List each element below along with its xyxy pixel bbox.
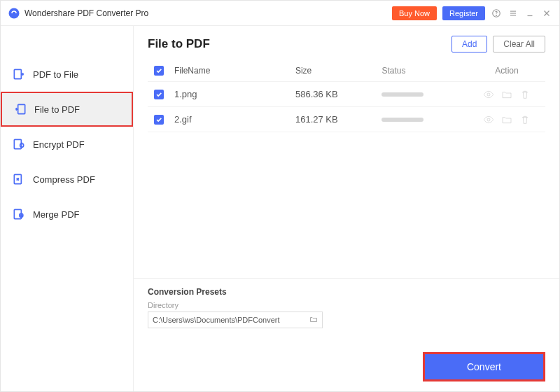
minimize-icon[interactable]: [524, 8, 536, 19]
svg-rect-9: [14, 69, 21, 78]
row-checkbox[interactable]: [154, 115, 164, 125]
svg-rect-10: [18, 104, 25, 113]
browse-folder-icon[interactable]: [309, 315, 318, 325]
sidebar-item-label: Merge PDF: [33, 209, 79, 220]
directory-input[interactable]: C:\Users\ws\Documents\PDFConvert: [148, 312, 323, 328]
select-all-checkbox[interactable]: [154, 66, 164, 76]
pdf-to-file-icon: [12, 67, 26, 81]
row-filename: 2.gif: [170, 114, 295, 125]
table-header: FileName Size Status Action: [148, 59, 545, 82]
sidebar-item-label: File to PDF: [34, 104, 80, 115]
row-size: 161.27 KB: [295, 114, 382, 125]
convert-button[interactable]: Convert: [423, 352, 545, 382]
sidebar-item-file-to-pdf[interactable]: File to PDF: [1, 92, 133, 127]
sidebar-item-encrypt-pdf[interactable]: Encrypt PDF: [1, 127, 133, 162]
row-filename: 1.png: [170, 89, 295, 99]
add-button[interactable]: Add: [451, 36, 487, 52]
page-title: File to PDF: [148, 37, 210, 51]
row-size: 586.36 KB: [295, 89, 382, 99]
col-header-size: Size: [295, 66, 382, 76]
clear-all-button[interactable]: Clear All: [493, 36, 545, 52]
close-icon[interactable]: [541, 8, 552, 19]
file-to-pdf-icon: [13, 102, 27, 116]
col-header-status: Status: [382, 66, 468, 76]
sidebar-item-label: Compress PDF: [33, 174, 95, 185]
preview-icon[interactable]: [483, 89, 494, 100]
directory-value: C:\Users\ws\Documents\PDFConvert: [153, 316, 280, 324]
app-logo: [8, 7, 20, 20]
row-status-bar: [382, 118, 424, 122]
app-title: Wondershare PDF Converter Pro: [24, 8, 148, 18]
encrypt-pdf-icon: [12, 137, 26, 151]
buy-now-button[interactable]: Buy Now: [392, 6, 437, 20]
row-status-bar: [382, 92, 424, 97]
merge-pdf-icon: [12, 207, 26, 221]
directory-label: Directory: [148, 301, 545, 309]
svg-point-17: [487, 118, 490, 121]
compress-pdf-icon: [12, 172, 26, 186]
delete-icon[interactable]: [519, 114, 531, 125]
open-folder-icon[interactable]: [501, 89, 512, 100]
sidebar-item-label: Encrypt PDF: [33, 139, 85, 150]
svg-point-2: [496, 15, 497, 15]
open-folder-icon[interactable]: [501, 114, 512, 125]
col-header-filename: FileName: [170, 66, 295, 76]
svg-point-0: [9, 8, 20, 18]
col-header-action: Action: [468, 66, 545, 76]
register-button[interactable]: Register: [442, 6, 485, 20]
table-row: 1.png 586.36 KB: [148, 82, 545, 107]
svg-point-16: [487, 93, 490, 96]
sidebar: PDF to File File to PDF Encrypt PDF Comp…: [1, 26, 134, 391]
conversion-presets-title: Conversion Presets: [148, 287, 545, 297]
menu-icon[interactable]: [507, 8, 519, 19]
delete-icon[interactable]: [519, 89, 531, 100]
sidebar-item-merge-pdf[interactable]: Merge PDF: [1, 197, 133, 232]
preview-icon[interactable]: [483, 114, 494, 125]
row-checkbox[interactable]: [154, 90, 164, 99]
sidebar-item-label: PDF to File: [33, 69, 78, 80]
sidebar-item-compress-pdf[interactable]: Compress PDF: [1, 162, 133, 197]
sidebar-item-pdf-to-file[interactable]: PDF to File: [1, 57, 133, 92]
table-row: 2.gif 161.27 KB: [148, 107, 545, 132]
help-icon[interactable]: [491, 8, 502, 19]
